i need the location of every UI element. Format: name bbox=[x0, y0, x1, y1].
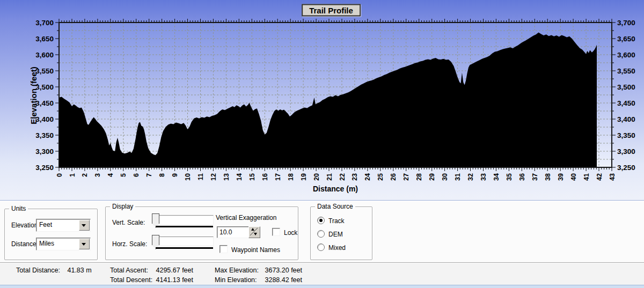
x-axis-tick-label: 15 bbox=[248, 173, 256, 181]
elevation-units-dropdown-button[interactable] bbox=[79, 220, 90, 231]
horz-scale-slider[interactable] bbox=[152, 235, 213, 250]
elevation-profile-chart: 3,2503,2503,3003,3003,3503,3503,4003,400… bbox=[0, 0, 644, 200]
display-groupbox: Display Vert. Scale: Horz. Scale: Vertic… bbox=[105, 206, 298, 260]
waypoint-names-checkbox[interactable] bbox=[219, 245, 228, 253]
units-group-title: Units bbox=[9, 205, 28, 212]
y-axis-tick-label: 3,250 bbox=[617, 164, 635, 172]
x-axis-tick-label: 17 bbox=[274, 173, 282, 181]
x-axis-tick-label: 43 bbox=[609, 173, 616, 181]
y-axis-tick-label: 3,550 bbox=[617, 67, 635, 75]
radio-label: Track bbox=[328, 217, 345, 225]
vert-scale-label: Vert. Scale: bbox=[112, 219, 145, 226]
vert-scale-slider-track[interactable] bbox=[156, 215, 214, 225]
max-min-elevation-col: Max Elevation: 3673.20 feet Min Elevatio… bbox=[215, 267, 302, 286]
x-axis-tick-label: 11 bbox=[197, 173, 204, 180]
ascent-descent-col: Total Ascent: 4295.67 feet Total Descent… bbox=[110, 267, 193, 286]
elevation-units-value: Feet bbox=[39, 221, 52, 228]
x-axis-tick-label: 8 bbox=[158, 173, 166, 177]
vert-scale-slider-bar bbox=[156, 226, 213, 227]
chevron-down-icon bbox=[82, 224, 86, 229]
vertical-exaggeration-spinner[interactable] bbox=[248, 226, 260, 238]
x-axis-tick-label: 30 bbox=[441, 173, 449, 181]
x-axis-tick-label: 38 bbox=[544, 173, 552, 181]
y-axis-tick-label: 3,450 bbox=[617, 99, 635, 107]
x-axis-tick-label: 42 bbox=[596, 173, 603, 181]
radio-label: DEM bbox=[328, 231, 343, 238]
x-axis-tick-label: 31 bbox=[454, 173, 462, 181]
x-axis-tick-label: 4 bbox=[107, 173, 114, 177]
y-axis-tick-label: 3,550 bbox=[35, 67, 54, 75]
x-axis-tick-label: 36 bbox=[518, 173, 526, 181]
spinner-arrows-icon bbox=[249, 227, 259, 237]
vert-scale-slider[interactable] bbox=[152, 213, 213, 228]
radio-button[interactable] bbox=[317, 217, 325, 224]
y-axis-tick-label: 3,650 bbox=[35, 35, 54, 43]
x-axis-tick-label: 13 bbox=[223, 173, 230, 181]
trail-profile-window: Trail Profile Elevation (feet) Distance … bbox=[0, 0, 644, 288]
total-descent-label: Total Descent: bbox=[110, 276, 154, 284]
max-elevation-label: Max Elevation: bbox=[215, 267, 263, 274]
y-axis-tick-label: 3,400 bbox=[35, 115, 54, 123]
x-axis-tick-label: 10 bbox=[184, 173, 192, 181]
x-axis-tick-label: 28 bbox=[415, 173, 423, 181]
total-descent-value: 4141.13 feet bbox=[156, 276, 193, 284]
chart-title: Trail Profile bbox=[302, 4, 361, 17]
total-ascent-value: 4295.67 feet bbox=[156, 267, 193, 274]
distance-units-dropdown[interactable]: Miles bbox=[36, 238, 91, 250]
y-axis-tick-label: 3,450 bbox=[35, 99, 54, 107]
distance-units-label: Distance: bbox=[11, 240, 38, 248]
x-axis-tick-label: 3 bbox=[94, 173, 101, 177]
vertical-exaggeration-input[interactable]: 10.0 bbox=[217, 226, 249, 238]
y-axis-tick-label: 3,600 bbox=[617, 51, 635, 59]
x-axis-tick-label: 0 bbox=[56, 173, 63, 177]
x-axis-tick-label: 18 bbox=[287, 173, 295, 181]
x-axis-tick-label: 20 bbox=[313, 173, 320, 181]
x-axis-tick-label: 40 bbox=[570, 173, 577, 181]
x-axis-tick-label: 27 bbox=[402, 173, 410, 181]
y-axis-tick-label: 3,300 bbox=[35, 147, 54, 156]
min-elevation-label: Min Elevation: bbox=[215, 276, 263, 284]
distance-units-dropdown-button[interactable] bbox=[79, 239, 90, 249]
y-axis-tick-label: 3,300 bbox=[617, 147, 635, 156]
status-bar: Total Distance: 41.83 m Total Ascent: 42… bbox=[0, 263, 644, 285]
vertical-exaggeration-label: Vertical Exaggeration bbox=[216, 214, 276, 221]
units-groupbox: Units Elevation: Feet Distance: Miles bbox=[4, 209, 98, 260]
data-source-group-title: Data Source bbox=[315, 203, 355, 210]
x-axis-tick-label: 6 bbox=[133, 173, 140, 177]
y-axis-tick-label: 3,400 bbox=[617, 115, 635, 123]
x-axis-tick-label: 1 bbox=[69, 173, 76, 177]
x-axis-tick-label: 33 bbox=[480, 173, 487, 181]
x-axis-tick-label: 29 bbox=[428, 173, 436, 181]
x-axis-tick-label: 12 bbox=[210, 173, 217, 181]
data-source-groupbox: Data Source TrackDEMMixed bbox=[310, 206, 372, 260]
y-axis-tick-label: 3,650 bbox=[617, 35, 635, 43]
chevron-down-icon bbox=[82, 243, 86, 248]
x-axis-tick-label: 25 bbox=[377, 173, 384, 181]
radio-option-mixed[interactable]: Mixed bbox=[317, 243, 346, 252]
lock-checkbox-row[interactable]: Lock bbox=[272, 228, 297, 237]
x-axis-tick-label: 24 bbox=[364, 173, 371, 181]
x-axis-tick-label: 14 bbox=[236, 173, 243, 181]
x-axis-tick-label: 7 bbox=[145, 173, 153, 177]
x-axis-tick-label: 39 bbox=[557, 173, 565, 181]
waypoint-names-checkbox-row[interactable]: Waypoint Names bbox=[219, 245, 280, 254]
radio-option-track[interactable]: Track bbox=[317, 217, 345, 225]
chart-region: Trail Profile Elevation (feet) Distance … bbox=[0, 0, 644, 201]
radio-button[interactable] bbox=[317, 243, 325, 251]
x-axis-tick-label: 32 bbox=[467, 173, 474, 181]
x-axis-tick-label: 22 bbox=[339, 173, 346, 181]
max-elevation-value: 3673.20 feet bbox=[265, 267, 302, 274]
y-axis-tick-label: 3,250 bbox=[35, 164, 54, 172]
lock-checkbox[interactable] bbox=[272, 228, 280, 236]
min-elevation-value: 3288.42 feet bbox=[265, 276, 302, 284]
elevation-units-dropdown[interactable]: Feet bbox=[36, 219, 91, 232]
x-axis-tick-label: 16 bbox=[261, 173, 269, 181]
y-axis-tick-label: 3,500 bbox=[35, 83, 54, 91]
waypoint-names-label: Waypoint Names bbox=[231, 246, 280, 254]
y-axis-tick-label: 3,600 bbox=[35, 51, 54, 59]
radio-button[interactable] bbox=[317, 230, 325, 238]
x-axis-tick-label: 19 bbox=[300, 173, 308, 181]
x-axis-tick-label: 2 bbox=[81, 173, 89, 177]
horz-scale-slider-track[interactable] bbox=[156, 237, 214, 246]
radio-option-dem[interactable]: DEM bbox=[317, 230, 343, 238]
